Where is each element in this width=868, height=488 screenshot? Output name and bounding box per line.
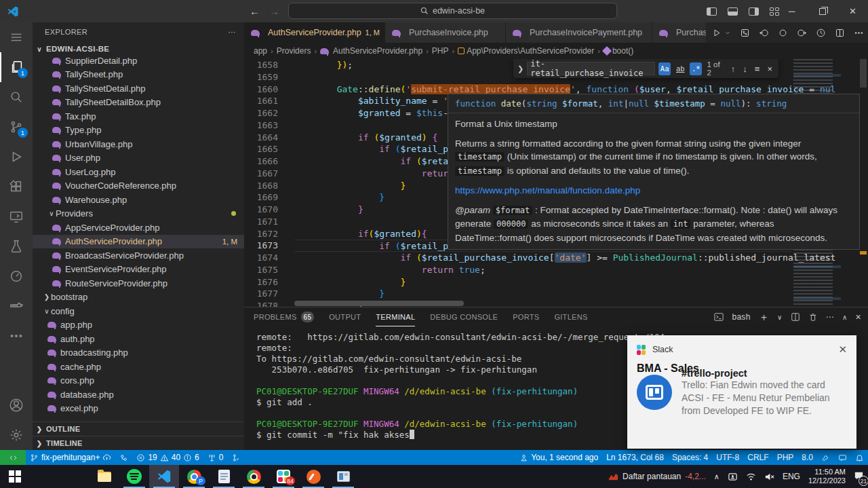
tree-item[interactable]: TallySheetDetail.php: [33, 81, 244, 96]
panel-tab-ports[interactable]: PORTS: [513, 307, 539, 326]
code-editor[interactable]: 1658 });16591660 Gate::define('submit-re…: [244, 59, 868, 307]
editor-tab[interactable]: AuthServiceProvider.php1, M×: [244, 22, 385, 43]
find-close-icon[interactable]: ×: [765, 64, 774, 74]
horizontal-scrollbar[interactable]: [294, 301, 464, 306]
activity-account-icon[interactable]: [0, 390, 33, 420]
taskbar-file-explorer-icon[interactable]: [90, 465, 119, 488]
restore-button[interactable]: [807, 0, 837, 22]
language-indicator[interactable]: ENG: [783, 472, 800, 481]
breadcrumb-item[interactable]: PHP: [432, 46, 449, 56]
status-php-version[interactable]: 8.0: [797, 450, 817, 465]
volume-muted-icon[interactable]: [764, 472, 774, 482]
network-wifi-icon[interactable]: [746, 472, 756, 482]
activity-test-beaker-icon[interactable]: [0, 231, 33, 261]
activity-run-debug-icon[interactable]: [0, 142, 33, 172]
activity-remote-explorer-icon[interactable]: [0, 202, 33, 231]
taskbar-spotify-icon[interactable]: [119, 465, 149, 488]
activity-files-icon[interactable]: 1: [0, 52, 33, 82]
taskbar-vscode-icon[interactable]: [149, 465, 179, 488]
tree-item[interactable]: RouteServiceProvider.php: [33, 276, 244, 290]
status-cursor-position[interactable]: Ln 1673, Col 68: [602, 450, 668, 465]
toggle-panel-icon[interactable]: [728, 7, 738, 16]
find-expand-icon[interactable]: ❯: [517, 64, 524, 73]
sidebar-section-timeline[interactable]: ❯TIMELINE: [33, 436, 244, 450]
panel-more-icon[interactable]: ⋯: [826, 312, 834, 322]
split-editor-icon[interactable]: [835, 28, 845, 38]
taskbar-chrome-icon[interactable]: P: [179, 465, 209, 488]
stock-widget[interactable]: Daftar pantauan -4,2...: [608, 472, 706, 482]
breadcrumb-item[interactable]: app: [254, 46, 267, 56]
status-branch[interactable]: fix-perhitungan+: [26, 450, 115, 465]
tree-item[interactable]: TallySheet.php: [33, 68, 244, 82]
breadcrumb-item[interactable]: Providers: [277, 46, 311, 56]
status-encoding[interactable]: UTF-8: [712, 450, 743, 465]
tree-item[interactable]: ❯bootstrap: [33, 290, 244, 305]
tree-item[interactable]: cors.php: [33, 374, 244, 388]
status-notifications[interactable]: [851, 450, 868, 465]
tree-item[interactable]: AuthServiceProvider.php1, M: [33, 235, 244, 249]
taskbar-orange-app-icon[interactable]: [298, 465, 328, 488]
activity-gitlens-inspect-icon[interactable]: [0, 261, 33, 291]
kill-terminal-icon[interactable]: [808, 312, 818, 322]
status-indentation[interactable]: Spaces: 4: [668, 450, 712, 465]
panel-tab-terminal[interactable]: TERMINAL: [376, 307, 415, 326]
activity-source-control-icon[interactable]: 1: [0, 112, 33, 142]
taskbar-window-app-icon[interactable]: [328, 465, 358, 488]
chevron-down-small[interactable]: [724, 28, 731, 38]
breadcrumb[interactable]: app›Providers›AuthServiceProvider.php›PH…: [244, 43, 868, 59]
status-feedback[interactable]: [834, 450, 851, 465]
panel-tab-problems[interactable]: PROBLEMS65: [254, 307, 314, 326]
tree-item[interactable]: VoucherCodeReference.php: [33, 179, 244, 193]
activity-settings-gear-icon[interactable]: [0, 420, 33, 450]
tree-item[interactable]: auth.php: [33, 332, 244, 346]
new-terminal-icon[interactable]: ＋: [759, 311, 769, 324]
more-icon[interactable]: [854, 28, 864, 38]
find-input[interactable]: it-retail_purchase_invoice: [527, 62, 655, 75]
clock[interactable]: 11:50 AM 12/12/2023: [808, 468, 846, 485]
code-line[interactable]: 1677 }: [244, 288, 792, 300]
panel-tab-gitlens[interactable]: GITLENS: [554, 307, 587, 326]
breadcrumb-item[interactable]: App\Providers\AuthServiceProvider: [458, 46, 594, 56]
terminal-dropdown-icon[interactable]: ∨: [777, 314, 783, 321]
toggle-sidebar-icon[interactable]: [707, 7, 717, 16]
code-line[interactable]: 1675 return true;: [244, 264, 792, 276]
tree-item[interactable]: SupplierDetail.php: [33, 54, 244, 68]
status-problems[interactable]: 19406: [132, 450, 203, 465]
activity-search-icon[interactable]: [0, 82, 33, 112]
toggle-secondary-sidebar-icon[interactable]: [749, 7, 759, 16]
status-tools[interactable]: [817, 450, 834, 465]
tree-item[interactable]: database.php: [33, 388, 244, 402]
teams-tray-icon[interactable]: [728, 472, 738, 482]
tree-item[interactable]: ∨Providers: [33, 207, 244, 221]
status-tower[interactable]: 0: [203, 450, 228, 465]
status-remote-indicator[interactable]: [0, 450, 26, 465]
breadcrumb-item[interactable]: boot(): [604, 46, 633, 56]
tree-item[interactable]: cache.php: [33, 360, 244, 374]
tree-item[interactable]: Tax.php: [33, 109, 244, 124]
status-gitlens[interactable]: [227, 450, 244, 465]
close-panel-icon[interactable]: ×: [856, 312, 861, 322]
editor-tab[interactable]: PurchaseInvoicePayment.php: [506, 22, 652, 43]
tree-item[interactable]: filesystems.php: [33, 415, 244, 417]
panel-tab-debug-console[interactable]: DEBUG CONSOLE: [430, 307, 498, 326]
close-button[interactable]: ✕: [837, 0, 868, 22]
tree-item[interactable]: Warehouse.php: [33, 193, 244, 207]
taskbar-start-icon[interactable]: [0, 465, 30, 488]
editor-tab[interactable]: PurchaseInvoice.php: [385, 22, 506, 43]
tree-item[interactable]: excel.php: [33, 402, 244, 416]
taskbar-slack-icon[interactable]: 84: [269, 465, 298, 488]
history-icon[interactable]: [816, 28, 826, 38]
status-last-edit[interactable]: You, 1 second ago: [515, 450, 602, 465]
action-center[interactable]: 21: [854, 470, 864, 483]
taskbar-search-win-icon[interactable]: [30, 465, 60, 488]
tree-item[interactable]: BroadcastServiceProvider.php: [33, 248, 244, 263]
taskbar-task-view-icon[interactable]: [60, 465, 90, 488]
taskbar-chrome2-icon[interactable]: [239, 465, 269, 488]
status-compare[interactable]: [115, 450, 132, 465]
tree-item[interactable]: AppServiceProvider.php: [33, 221, 244, 235]
hover-link[interactable]: https://www.php.net/manual/function.date…: [455, 185, 640, 195]
code-line[interactable]: 1676 }: [244, 276, 792, 288]
taskbar-notepad-icon[interactable]: [209, 465, 239, 488]
tree-item[interactable]: UrbanVillage.php: [33, 137, 244, 151]
activity-docker-icon[interactable]: [0, 291, 33, 321]
